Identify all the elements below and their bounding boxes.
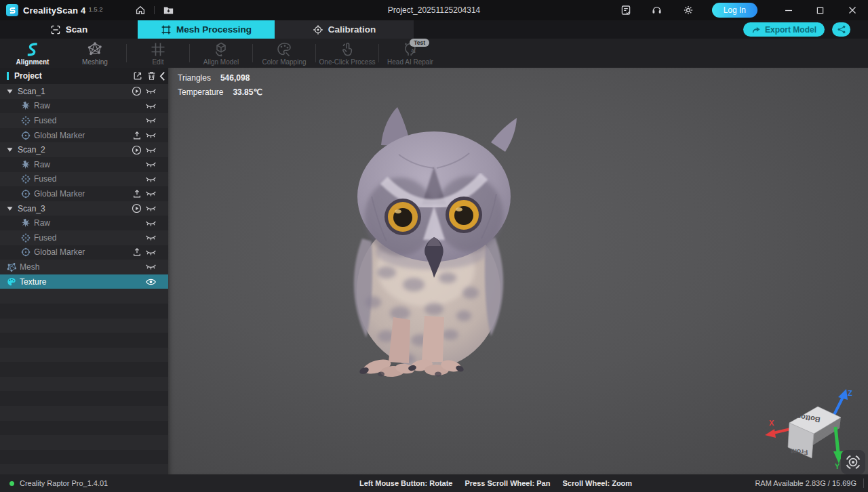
open-project-button[interactable] <box>161 3 176 18</box>
upload-icon[interactable] <box>131 188 142 199</box>
toolbar-item-color-mapping[interactable]: Color Mapping <box>253 39 315 68</box>
tree-row-label: Fused <box>34 116 56 125</box>
hint-pan: Press Scroll Wheel: Pan <box>465 479 550 487</box>
tree-row-label: Global Marker <box>34 189 85 199</box>
temperature-value: 33.85℃ <box>233 87 262 97</box>
caret-down-icon[interactable] <box>7 205 14 212</box>
tree-empty-row <box>0 464 168 474</box>
tree-row-label: Raw <box>34 160 50 169</box>
tree-row-texture[interactable]: Texture <box>0 274 168 289</box>
toolbar-item-head-ai-repair[interactable]: AITestHead AI Repair <box>379 39 441 68</box>
tree-row-fused[interactable]: Fused <box>0 172 168 187</box>
share-button[interactable] <box>832 22 850 37</box>
device-name: Creality Raptor Pro_1.4.01 <box>20 479 108 487</box>
processing-toolbar: AlignmentMeshingEditAlign ModelColor Map… <box>0 39 868 68</box>
upload-icon[interactable] <box>131 247 142 258</box>
raw-icon <box>20 159 31 169</box>
eye-closed-icon[interactable] <box>145 115 157 126</box>
toolbar-item-align-model[interactable]: Align Model <box>190 39 252 68</box>
toolbar-item-edit[interactable]: Edit <box>127 39 189 68</box>
export-arrow-icon <box>751 26 761 34</box>
tree-row-raw[interactable]: Raw <box>0 99 168 114</box>
eye-closed-icon[interactable] <box>145 188 157 199</box>
support-button[interactable] <box>650 3 665 18</box>
tree-row-fused[interactable]: Fused <box>0 113 168 128</box>
toolbar-item-one-click-process[interactable]: One-Click Process <box>316 39 378 68</box>
home-button[interactable] <box>133 3 148 18</box>
close-button[interactable] <box>836 0 868 20</box>
panel-title: Project <box>14 71 42 81</box>
tree-row-label: Raw <box>34 218 50 228</box>
tree-empty-row <box>0 289 168 304</box>
tree-row-scan-1[interactable]: Scan_1 <box>0 84 168 99</box>
caret-down-icon[interactable] <box>7 146 14 153</box>
maximize-button[interactable] <box>804 0 836 20</box>
minimize-icon <box>785 6 793 14</box>
upload-icon[interactable] <box>131 130 142 141</box>
eye-closed-icon[interactable] <box>145 232 157 243</box>
tree-row-scan-3[interactable]: Scan_3 <box>0 201 168 216</box>
mesh-icon <box>6 262 16 272</box>
eye-closed-icon[interactable] <box>145 203 157 214</box>
collapse-panel-button[interactable] <box>157 70 167 81</box>
tree-row-global-marker[interactable]: Global Marker <box>0 128 168 143</box>
title-bar: CrealityScan 4 1.5.2 Project_20251125204… <box>0 0 868 20</box>
ram-available: RAM Available 2.83G / 15.69G <box>755 479 856 487</box>
tree-row-global-marker[interactable]: Global Marker <box>0 245 168 260</box>
tree-empty-row <box>0 362 168 377</box>
viewport-canvas[interactable]: Triangles 546,098 Temperature 33.85℃ X Z… <box>168 68 868 474</box>
tree-row-raw[interactable]: Raw <box>0 216 168 230</box>
eye-closed-icon[interactable] <box>145 86 157 97</box>
minimize-button[interactable] <box>772 0 804 20</box>
tree-row-mesh[interactable]: Mesh <box>0 260 168 274</box>
fit-view-button[interactable] <box>841 450 865 474</box>
trash-icon <box>147 71 156 81</box>
panel-accent-bar <box>7 72 9 80</box>
eye-closed-icon[interactable] <box>145 173 157 184</box>
eye-open-icon[interactable] <box>145 276 157 287</box>
eye-closed-icon[interactable] <box>145 159 157 170</box>
tree-row-fused[interactable]: Fused <box>0 230 168 245</box>
gizmo-axis-x-label: X <box>769 419 774 427</box>
settings-gear-icon <box>683 5 694 16</box>
tree-empty-row <box>0 377 168 392</box>
delete-button[interactable] <box>146 70 157 81</box>
statusbar-grip <box>863 478 864 488</box>
tab-calibration[interactable]: Calibration <box>275 20 414 39</box>
export-model-label: Export Model <box>765 25 816 35</box>
project-panel: Project Scan_1RawFusedGlobal MarkerScan_… <box>0 68 168 474</box>
tab-mesh-processing[interactable]: Mesh Processing <box>138 20 275 39</box>
settings-button[interactable] <box>681 3 696 18</box>
feedback-button[interactable] <box>618 3 633 18</box>
project-tree: Scan_1RawFusedGlobal MarkerScan_2RawFuse… <box>0 84 168 474</box>
tree-row-scan-2[interactable]: Scan_2 <box>0 142 168 157</box>
eye-closed-icon[interactable] <box>145 100 157 111</box>
tab-scan[interactable]: Scan <box>0 20 138 39</box>
tree-row-global-marker[interactable]: Global Marker <box>0 186 168 201</box>
tree-row-label: Global Marker <box>34 247 85 257</box>
tree-row-label: Texture <box>20 277 46 287</box>
tree-row-label: Global Marker <box>34 131 85 140</box>
import-project-button[interactable] <box>132 70 143 81</box>
toolbar-item-meshing[interactable]: Meshing <box>64 39 126 68</box>
eye-closed-icon[interactable] <box>145 218 157 228</box>
eye-closed-icon[interactable] <box>145 262 157 272</box>
feedback-icon <box>620 5 631 16</box>
process-icon[interactable] <box>131 144 142 155</box>
export-model-button[interactable]: Export Model <box>743 22 825 37</box>
tree-row-label: Fused <box>34 233 56 243</box>
process-icon[interactable] <box>131 203 142 214</box>
login-button[interactable]: Log In <box>712 3 757 18</box>
triangles-label: Triangles <box>178 73 211 83</box>
toolbar-item-alignment[interactable]: Alignment <box>1 39 64 68</box>
eye-closed-icon[interactable] <box>145 144 157 155</box>
color-mapping-icon <box>276 41 292 58</box>
process-icon[interactable] <box>131 86 142 97</box>
temperature-label: Temperature <box>178 87 223 97</box>
scan-frame-icon <box>50 24 61 35</box>
eye-closed-icon[interactable] <box>145 130 157 141</box>
eye-closed-icon[interactable] <box>145 247 157 258</box>
import-project-icon <box>133 71 142 81</box>
caret-down-icon[interactable] <box>7 88 14 95</box>
tree-row-raw[interactable]: Raw <box>0 157 168 172</box>
